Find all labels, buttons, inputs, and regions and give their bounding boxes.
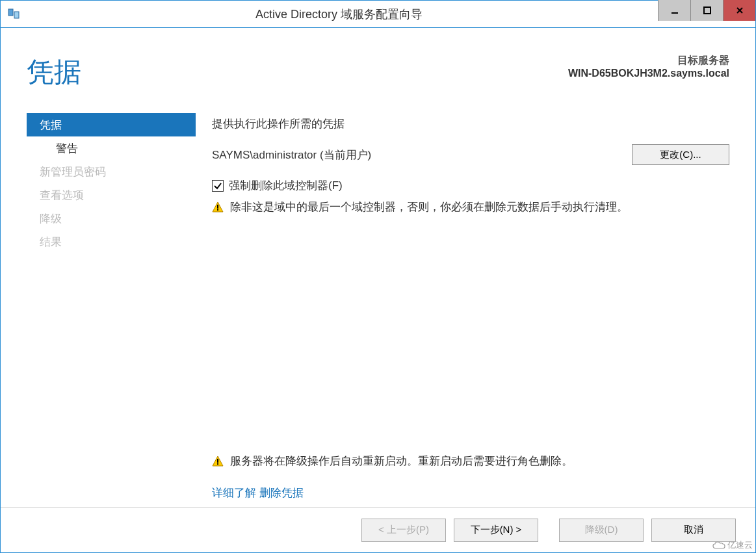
maximize-button[interactable]: [690, 0, 723, 21]
sidebar-item-label: 新管理员密码: [40, 164, 106, 179]
warning-icon: [212, 201, 224, 213]
sidebar-item-review-options: 查看选项: [27, 183, 196, 207]
body: 凭据 警告 新管理员密码 查看选项 降级 结果 提供执行此操作所需的凭据 SAY…: [1, 103, 755, 507]
force-remove-label: 强制删除此域控制器(F): [229, 178, 343, 193]
app-icon: [7, 8, 20, 21]
sidebar-item-demotion: 降级: [27, 207, 196, 230]
current-user: SAYMS\administrator (当前用户): [212, 148, 371, 162]
window-controls: [658, 1, 755, 27]
warning-icon: [212, 456, 224, 467]
learn-more-link[interactable]: 详细了解 删除凭据: [212, 485, 729, 500]
svg-rect-3: [704, 7, 710, 14]
titlebar: Active Directory 域服务配置向导: [1, 1, 755, 28]
svg-line-4: [737, 8, 742, 13]
svg-rect-8: [217, 209, 218, 211]
next-button[interactable]: 下一步(N) >: [454, 519, 538, 542]
watermark: 亿速云: [712, 539, 753, 551]
sidebar-item-label: 降级: [40, 211, 62, 226]
back-button-label: < 上一步(P): [378, 524, 429, 535]
warning-row-2: 服务器将在降级操作后自动重新启动。重新启动后需要进行角色删除。: [212, 454, 729, 469]
sidebar-item-warning[interactable]: 警告: [27, 136, 196, 160]
close-button[interactable]: [723, 0, 755, 21]
demote-button-label: 降级(D): [585, 524, 618, 535]
demote-button: 降级(D): [559, 519, 644, 542]
force-remove-checkbox[interactable]: [212, 180, 224, 192]
target-label: 目标服务器: [568, 54, 729, 68]
svg-rect-11: [217, 463, 218, 465]
target-server: WIN-D65BOKJH3M2.sayms.local: [568, 68, 729, 79]
wizard-window: Active Directory 域服务配置向导 凭据 目标服务器 WIN-D6…: [0, 0, 756, 553]
warning-row-1: 除非这是域中的最后一个域控制器，否则，你必须在删除元数据后手动执行清理。: [212, 199, 729, 214]
change-button-label: 更改(C)...: [660, 149, 701, 160]
page-title: 凭据: [27, 54, 81, 90]
back-button: < 上一步(P): [361, 519, 446, 542]
svg-rect-10: [217, 459, 218, 463]
svg-rect-0: [8, 9, 13, 16]
svg-rect-1: [14, 12, 19, 18]
warning-text-1: 除非这是域中的最后一个域控制器，否则，你必须在删除元数据后手动执行清理。: [230, 199, 628, 214]
content-area: 提供执行此操作所需的凭据 SAYMS\administrator (当前用户) …: [196, 103, 742, 507]
credentials-row: SAYMS\administrator (当前用户) 更改(C)...: [212, 144, 729, 165]
cancel-button-label: 取消: [684, 524, 703, 535]
watermark-text: 亿速云: [727, 539, 753, 551]
sidebar-item-credentials[interactable]: 凭据: [27, 113, 196, 136]
cloud-icon: [712, 541, 725, 550]
sidebar-item-results: 结果: [27, 230, 196, 253]
change-button[interactable]: 更改(C)...: [632, 144, 729, 165]
svg-rect-2: [671, 12, 678, 14]
next-button-label: 下一步(N) >: [471, 524, 522, 535]
footer: < 上一步(P) 下一步(N) > 降级(D) 取消 亿速云: [1, 507, 755, 552]
sidebar-item-label: 凭据: [40, 118, 62, 133]
sidebar-item-label: 警告: [56, 141, 78, 156]
header: 凭据 目标服务器 WIN-D65BOKJH3M2.sayms.local: [1, 28, 755, 103]
sidebar-item-new-admin-password: 新管理员密码: [27, 160, 196, 183]
warning-text-2: 服务器将在降级操作后自动重新启动。重新启动后需要进行角色删除。: [230, 454, 573, 469]
minimize-button[interactable]: [658, 0, 690, 21]
check-icon: [213, 181, 222, 190]
spacer: [212, 220, 729, 454]
cancel-button[interactable]: 取消: [651, 519, 736, 542]
target-info: 目标服务器 WIN-D65BOKJH3M2.sayms.local: [568, 54, 729, 79]
svg-rect-7: [217, 205, 218, 209]
sidebar: 凭据 警告 新管理员密码 查看选项 降级 结果: [27, 103, 196, 507]
instruction-text: 提供执行此操作所需的凭据: [212, 116, 729, 131]
window-title: Active Directory 域服务配置向导: [20, 6, 658, 22]
svg-line-5: [737, 8, 742, 13]
force-remove-row: 强制删除此域控制器(F): [212, 178, 729, 193]
sidebar-item-label: 查看选项: [40, 188, 84, 203]
sidebar-item-label: 结果: [40, 235, 62, 250]
